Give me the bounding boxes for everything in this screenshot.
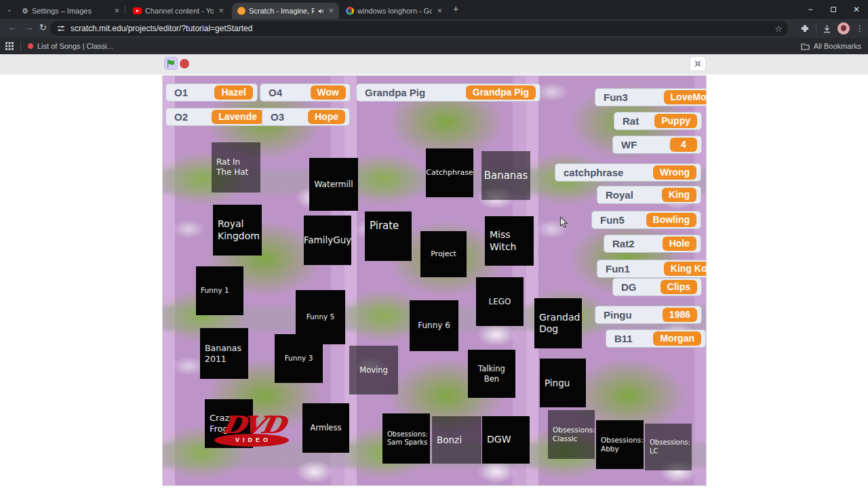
close-window-button[interactable]: ✕ [845, 0, 868, 19]
bookmark-item[interactable]: List of Songs | Classi... [28, 42, 113, 50]
extensions-icon[interactable] [801, 24, 810, 33]
back-icon[interactable]: ← [8, 22, 17, 33]
stop-button[interactable] [180, 59, 189, 68]
window-controls: − ✕ [799, 0, 868, 19]
variable-monitor-grandpa-pig[interactable]: Grandpa PigGrandpa Pig [356, 83, 540, 102]
tab-search-icon[interactable]: ⌄ [4, 5, 15, 15]
variable-monitor-pingu[interactable]: Pingu1986 [595, 306, 702, 324]
sprite-bonzi[interactable]: Bonzi [432, 416, 481, 464]
variable-monitor-fun1[interactable]: Fun1King Kon [597, 260, 707, 278]
monitor-value: Grandpa Pig [466, 85, 536, 100]
sprite-funny-6[interactable]: Funny 6 [410, 300, 458, 351]
menu-kebab-icon[interactable]: ⋮ [856, 24, 864, 33]
browser-tab-2[interactable]: Channel content - YouTube Stu× [127, 3, 229, 19]
sprite-lego[interactable]: LEGO [476, 277, 524, 326]
variable-monitor-o1[interactable]: O1Hazel [165, 83, 258, 102]
sprite-obsessions-classic[interactable]: Obsessions: Classic [548, 410, 595, 459]
sprite-label: Funny 1 [201, 286, 229, 295]
sprite-label: Obsessions: Classic [553, 426, 595, 443]
stage-canvas[interactable]: DVD VIDEO Rat In The HatWatermillCatchph… [162, 75, 707, 486]
variable-monitor-rat[interactable]: RatPuppy [614, 112, 702, 130]
download-icon[interactable] [823, 24, 831, 33]
variable-monitor-royal[interactable]: RoyalKing [597, 186, 701, 204]
browser-tab-3[interactable]: Scratch - Imagine, Program× [232, 3, 339, 19]
monitor-value: Bowling [646, 213, 696, 227]
sprite-rat-in-the-hat[interactable]: Rat In The Hat [212, 142, 260, 192]
sprite-armless[interactable]: Armless [302, 403, 349, 453]
browser-tab-1[interactable]: ⚙Settings – Images× [16, 3, 125, 19]
sprite-catchphrase[interactable]: Catchphrase [426, 148, 473, 197]
tab-close-button[interactable]: × [327, 7, 335, 15]
variable-monitor-o2[interactable]: O2Lavende [165, 108, 269, 126]
variable-monitor-dg[interactable]: DGClips [612, 278, 702, 296]
sprite-label: Bonzi [437, 434, 462, 446]
sprite-label: Obsessions: Abby [601, 436, 644, 453]
browser-tab-4[interactable]: windows longhorn - Google Se× [340, 3, 448, 19]
green-flag-button[interactable] [164, 57, 178, 70]
variable-monitor-fun5[interactable]: Fun5Bowling [591, 211, 701, 229]
sprite-label: Pingu [545, 378, 570, 389]
variable-monitor-b11[interactable]: B11Morgan [606, 329, 706, 348]
tab-close-button[interactable]: × [217, 7, 225, 15]
site-info-icon[interactable] [57, 24, 65, 33]
sprite-obsessions-lc[interactable]: Obsessions: LC [645, 424, 692, 470]
monitor-label: O1 [174, 87, 188, 98]
variable-monitor-o4[interactable]: O4Wow [260, 83, 351, 102]
exit-fullscreen-button[interactable] [690, 57, 705, 70]
sprite-label: Obsessions: Sam Sparks [387, 430, 428, 447]
tab-close-button[interactable]: × [435, 7, 443, 15]
monitor-label: Fun1 [606, 263, 630, 274]
sprite-label: LEGO [488, 297, 511, 307]
monitor-label: Grandpa Pig [365, 87, 425, 98]
monitor-label: Royal [606, 189, 633, 201]
variable-monitor-catchphrase[interactable]: catchphraseWrong [555, 163, 701, 182]
variable-monitor-rat2[interactable]: Rat2Hole [604, 235, 701, 253]
profile-avatar[interactable] [837, 22, 850, 35]
sprite-obsessions-abby[interactable]: Obsessions: Abby [596, 420, 644, 469]
sprite-bananas[interactable]: Bananas [481, 151, 530, 200]
maximize-button[interactable] [822, 0, 845, 19]
monitor-label: catchphrase [564, 167, 623, 178]
monitor-value: King Kon [664, 262, 707, 276]
monitor-label: Rat2 [612, 238, 635, 249]
monitor-value: Wrong [653, 165, 696, 180]
sprite-bananas-2011[interactable]: Bananas 2011 [200, 328, 248, 379]
sprite-project[interactable]: Project [420, 231, 467, 277]
sprite-funny-3[interactable]: Funny 3 [275, 334, 323, 383]
bookmark-star-icon[interactable]: ☆ [774, 24, 783, 34]
sprite-watermill[interactable]: Watermill [309, 158, 358, 211]
sprite-miss-witch[interactable]: Miss Witch [485, 216, 534, 266]
tab-title: windows longhorn - Google Se [357, 7, 432, 15]
variable-monitor-wf[interactable]: WF4 [612, 136, 702, 154]
sprite-pingu[interactable]: Pingu [540, 359, 586, 407]
tab-close-button[interactable]: × [113, 7, 121, 15]
monitor-value: King [662, 188, 696, 202]
apps-grid-icon[interactable] [5, 42, 14, 50]
minimize-button[interactable]: − [799, 0, 822, 19]
tab-audio-icon[interactable] [318, 7, 323, 15]
sprite-pirate[interactable]: Pirate [365, 211, 412, 261]
sprite-talking-ben[interactable]: Talking Ben [468, 350, 515, 398]
address-bar[interactable]: scratch.mit.edu/projects/editor/?tutoria… [50, 21, 788, 36]
monitor-value: Clips [660, 280, 697, 294]
variable-monitor-fun3[interactable]: Fun3LoveMon [595, 88, 707, 106]
monitor-label: O2 [174, 111, 188, 123]
sprite-royal-kingdom[interactable]: Royal Kingdom [213, 205, 262, 256]
sprite-label: Project [431, 249, 456, 259]
url-text[interactable]: scratch.mit.edu/projects/editor/?tutoria… [71, 24, 774, 33]
sprite-moving[interactable]: Moving [349, 346, 398, 394]
new-tab-button[interactable]: + [450, 4, 461, 15]
sprite-funny-1[interactable]: Funny 1 [196, 266, 243, 315]
sprite-label: Watermill [315, 180, 353, 190]
sprite-familyguy[interactable]: FamilyGuy [304, 216, 351, 265]
all-bookmarks-label: All Bookmarks [814, 42, 861, 50]
browser-tab-strip: ⌄ ⚙Settings – Images×Channel content - Y… [0, 0, 868, 19]
reload-icon[interactable]: ↻ [39, 22, 47, 33]
forward-icon[interactable]: → [24, 22, 33, 33]
variable-monitor-o3[interactable]: O3Hope [262, 108, 350, 126]
all-bookmarks[interactable]: All Bookmarks [801, 42, 861, 50]
sprite-grandad-dog[interactable]: Grandad Dog [534, 298, 582, 348]
sprite-dgw[interactable]: DGW [482, 416, 530, 464]
monitor-value: Morgan [653, 331, 701, 346]
sprite-obsessions-sam-sparks[interactable]: Obsessions: Sam Sparks [382, 413, 430, 464]
